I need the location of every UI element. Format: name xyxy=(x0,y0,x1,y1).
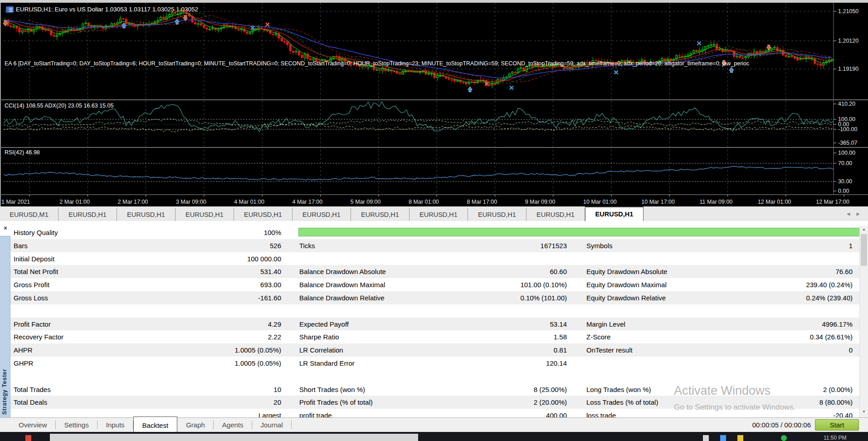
table-row: Total Net Profit531.40Balance Drawdown A… xyxy=(10,265,860,278)
table-row: AHPR1.0005 (0.05%)LR Correlation0.81OnTe… xyxy=(10,343,860,357)
tray-icon[interactable] xyxy=(737,435,743,441)
metric-label: Loss Trades (% of total) xyxy=(586,396,658,409)
table-row: Gross Loss-161.60Balance Drawdown Relati… xyxy=(10,291,860,304)
scrollbar-thumb[interactable] xyxy=(861,234,867,266)
axis-tick-label: 70.00 xyxy=(838,160,852,167)
axis-tick-label: 1.19190 xyxy=(838,66,858,72)
tray-icon[interactable] xyxy=(781,435,787,441)
table-row: Profit Factor4.29Expected Payoff53.14Mar… xyxy=(10,318,860,331)
table-row: Initial Deposit100 000.00 xyxy=(10,252,860,265)
chart-tab[interactable]: EURUSD,H1 xyxy=(468,208,527,221)
metric-label: Long Trades (won %) xyxy=(586,383,651,396)
metric-label: Profit Factor xyxy=(14,318,51,331)
axis-tick-label: 30.00 xyxy=(838,178,852,185)
axis-tick-label: 100.00 xyxy=(838,150,855,156)
chart-icon xyxy=(6,6,14,13)
date-label: 12 Mar 17:00 xyxy=(816,199,849,205)
windows-taskbar[interactable]: 11:50 PM xyxy=(0,432,868,441)
tester-tab-settings[interactable]: Settings xyxy=(56,418,98,432)
metric-label: Ticks xyxy=(299,239,315,252)
date-label: 2 Mar 01:00 xyxy=(59,199,90,205)
metric-label: Gross Profit xyxy=(14,278,49,291)
date-label: 4 Mar 01:00 xyxy=(234,199,264,205)
metric-value: 76.60 xyxy=(703,265,853,278)
metric-value: 4.29 xyxy=(159,318,281,331)
table-scrollbar[interactable]: ▲ ▼ xyxy=(859,226,868,417)
metric-value: 693.00 xyxy=(159,278,281,291)
metatrader-window: 1.210501.201201.19190410.20100.000.00-10… xyxy=(0,0,868,441)
date-label: 12 Mar 01:00 xyxy=(758,199,791,205)
chart-tab[interactable]: EURUSD,H1 xyxy=(234,208,293,221)
date-label: 8 Mar 01:00 xyxy=(409,199,439,205)
tabs-scroll-left-icon[interactable]: ◂ xyxy=(847,210,850,218)
metric-value: 400.00 xyxy=(431,409,567,417)
metric-label: Bars xyxy=(14,239,28,252)
history-quality-bar xyxy=(298,228,861,236)
taskbar-clock: 11:50 PM xyxy=(824,435,846,441)
metric-value: 101.00 (0.10%) xyxy=(431,278,567,291)
metric-value: -161.60 xyxy=(159,291,281,304)
chart-tab[interactable]: EURUSD,H1 xyxy=(293,208,351,221)
metric-label: Equity Drawdown Maximal xyxy=(586,278,667,291)
metric-value: 0.81 xyxy=(431,343,567,357)
metric-value: 0 xyxy=(703,343,853,357)
scroll-down-icon[interactable]: ▼ xyxy=(860,408,868,416)
metric-value: 2 (0.00%) xyxy=(703,383,853,396)
chart-tab[interactable]: EURUSD,M1 xyxy=(0,208,59,221)
metric-label: Short Trades (won %) xyxy=(299,383,365,396)
tabs-scroll-right-icon[interactable]: ▸ xyxy=(856,210,860,218)
chart-tab[interactable]: EURUSD,H1 xyxy=(410,208,468,221)
tray-icon[interactable] xyxy=(703,435,709,441)
tester-tab-agents[interactable]: Agents xyxy=(214,418,252,432)
metric-value: 10 xyxy=(159,383,281,396)
price-chart[interactable]: 1.210501.201201.19190410.20100.000.00-10… xyxy=(0,0,868,206)
chart-tab[interactable]: EURUSD,H1 xyxy=(585,207,644,221)
metric-label: AHPR xyxy=(14,343,33,357)
metric-value: 526 xyxy=(159,239,281,252)
metric-label: Balance Drawdown Relative xyxy=(299,291,385,304)
axis-tick-label: 0.00 xyxy=(838,188,849,194)
metric-value: 1671523 xyxy=(431,239,567,252)
metric-label: Margin Level xyxy=(586,318,625,331)
metric-label: GHPR xyxy=(14,357,33,370)
tester-tabs: OverviewSettingsInputsBacktestGraphAgent… xyxy=(10,418,292,432)
close-panel-icon[interactable]: × xyxy=(2,225,9,232)
metric-label: Total Net Profit xyxy=(14,265,58,278)
taskbar-open-app[interactable] xyxy=(50,434,418,441)
metric-value: 239.40 (0.24%) xyxy=(703,278,853,291)
tester-tab-graph[interactable]: Graph xyxy=(177,418,214,432)
cci-indicator-label: CCI(14) 108.55 ADX(20) 23.05 16.63 15.05 xyxy=(5,103,113,109)
tester-tab-journal[interactable]: Journal xyxy=(252,418,292,432)
tester-tab-backtest[interactable]: Backtest xyxy=(133,416,178,432)
taskbar-app-icon[interactable] xyxy=(25,435,31,441)
metric-value: 8 (25.00%) xyxy=(431,383,567,396)
date-label: 9 Mar 09:00 xyxy=(525,199,556,205)
chart-tab[interactable]: EURUSD,H1 xyxy=(117,208,176,221)
metric-value: 1.58 xyxy=(431,330,567,343)
table-row: Gross Profit693.00Balance Drawdown Maxim… xyxy=(10,278,860,291)
chart-tab[interactable]: EURUSD,H1 xyxy=(527,208,585,221)
tray-icon[interactable] xyxy=(720,435,726,441)
metric-value: 0.24% (239.40) xyxy=(703,291,853,304)
backtest-results-table: History Quality100%Bars526Ticks1671523Sy… xyxy=(0,226,868,417)
metric-label: Z-Score xyxy=(586,330,610,343)
table-row: History Quality100% xyxy=(10,226,860,239)
metric-value: 1 xyxy=(703,239,853,252)
test-duration: 00:00:05 / 00:00:06 xyxy=(707,418,811,432)
tester-tabs-bar: OverviewSettingsInputsBacktestGraphAgent… xyxy=(0,417,868,432)
chart-area[interactable]: 1.210501.201201.19190410.20100.000.00-10… xyxy=(0,0,868,206)
scroll-up-icon[interactable]: ▲ xyxy=(860,226,868,233)
metric-label: Initial Deposit xyxy=(14,252,54,265)
metric-value: 100 000.00 xyxy=(159,252,281,265)
start-button[interactable]: Start xyxy=(815,419,859,431)
metric-label: profit trade xyxy=(299,409,332,417)
panel-side-strip: Strategy Tester xyxy=(0,236,10,417)
metric-label: Balance Drawdown Absolute xyxy=(299,265,386,278)
tester-tab-overview[interactable]: Overview xyxy=(10,418,56,432)
chart-tab[interactable]: EURUSD,H1 xyxy=(351,208,410,221)
chart-tab[interactable]: EURUSD,H1 xyxy=(176,208,234,221)
metric-value: 0.10% (101.00) xyxy=(431,291,567,304)
date-label: 2 Mar 17:00 xyxy=(118,199,148,205)
tester-tab-inputs[interactable]: Inputs xyxy=(98,418,133,432)
chart-tab[interactable]: EURUSD,H1 xyxy=(59,208,117,221)
